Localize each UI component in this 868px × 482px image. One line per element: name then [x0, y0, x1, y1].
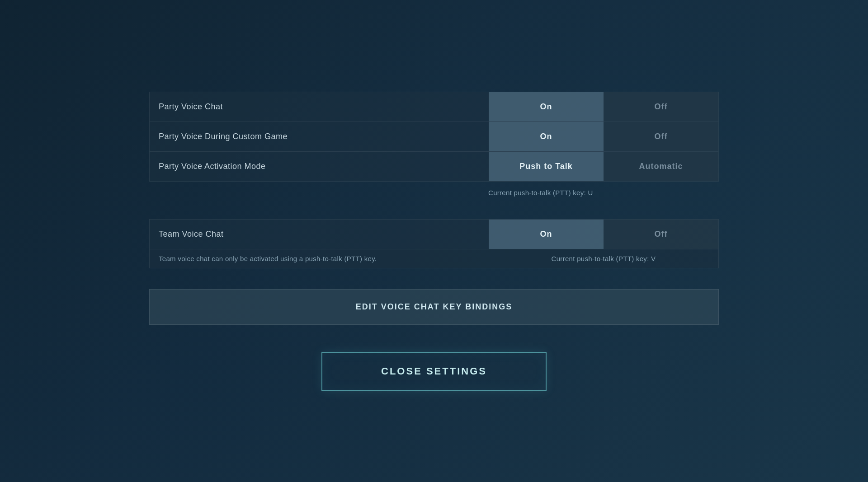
- automatic-button[interactable]: Automatic: [604, 152, 718, 181]
- team-note-left-text: Team voice chat can only be activated us…: [159, 255, 498, 262]
- party-voice-custom-game-on-button[interactable]: On: [489, 122, 604, 151]
- team-note-right-text: Current push-to-talk (PTT) key: V: [498, 255, 709, 262]
- team-voice-section: Team Voice Chat On Off Team voice chat c…: [149, 219, 719, 268]
- party-voice-custom-game-row: Party Voice During Custom Game On Off: [150, 122, 718, 152]
- settings-panel: Party Voice Chat On Off Party Voice Duri…: [149, 92, 719, 391]
- party-voice-chat-controls: On Off: [489, 92, 718, 122]
- party-voice-section: Party Voice Chat On Off Party Voice Duri…: [149, 92, 719, 182]
- team-voice-chat-off-button[interactable]: Off: [604, 220, 718, 249]
- party-voice-chat-on-button[interactable]: On: [489, 92, 604, 122]
- team-voice-chat-label: Team Voice Chat: [150, 220, 489, 249]
- party-ptt-hint: Current push-to-talk (PTT) key: U: [149, 184, 719, 201]
- party-voice-custom-game-label: Party Voice During Custom Game: [150, 122, 489, 151]
- party-voice-chat-row: Party Voice Chat On Off: [150, 92, 718, 122]
- party-voice-activation-controls: Push to Talk Automatic: [489, 152, 718, 181]
- close-settings-button[interactable]: CLOSE SETTINGS: [321, 352, 547, 391]
- party-voice-chat-off-button[interactable]: Off: [604, 92, 718, 122]
- team-voice-chat-controls: On Off: [489, 220, 718, 249]
- team-voice-chat-row: Team Voice Chat On Off: [150, 220, 718, 249]
- push-to-talk-button[interactable]: Push to Talk: [489, 152, 604, 181]
- party-voice-custom-game-off-button[interactable]: Off: [604, 122, 718, 151]
- party-voice-chat-label: Party Voice Chat: [150, 92, 489, 122]
- party-voice-activation-row: Party Voice Activation Mode Push to Talk…: [150, 152, 718, 181]
- edit-keybindings-button[interactable]: EDIT VOICE CHAT KEY BINDINGS: [149, 289, 719, 325]
- team-voice-note: Team voice chat can only be activated us…: [150, 249, 718, 268]
- party-voice-activation-label: Party Voice Activation Mode: [150, 152, 489, 181]
- close-settings-area: CLOSE SETTINGS: [149, 352, 719, 391]
- team-voice-chat-on-button[interactable]: On: [489, 220, 604, 249]
- party-voice-custom-game-controls: On Off: [489, 122, 718, 151]
